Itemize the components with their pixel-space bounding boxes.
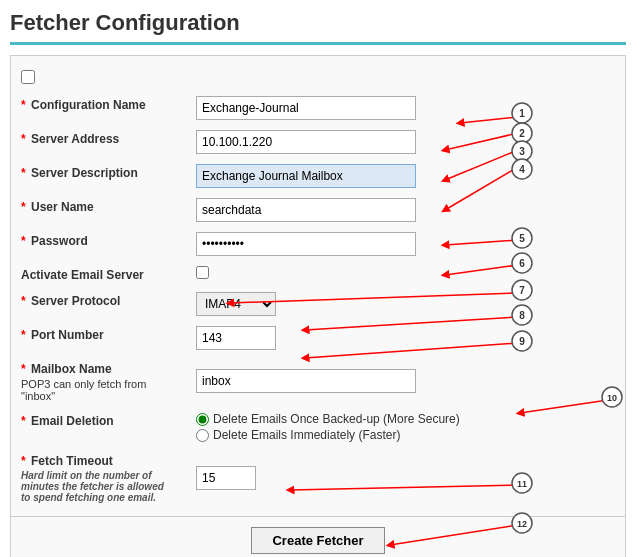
mailbox-note: POP3 can only fetch from "inbox" [21, 378, 176, 402]
email-deletion-label: * Email Deletion [11, 407, 186, 447]
email-deletion-option-2[interactable]: Delete Emails Immediately (Faster) [196, 428, 615, 442]
email-deletion-label-1: Delete Emails Once Backed-up (More Secur… [213, 412, 460, 426]
top-checkbox[interactable] [21, 70, 35, 84]
server-address-label: * Server Address [11, 125, 186, 159]
server-address-cell [186, 125, 625, 159]
config-name-cell [186, 91, 625, 125]
server-description-row: * Server Description [11, 159, 625, 193]
config-name-label: * Configuration Name [11, 91, 186, 125]
activate-email-row: Activate Email Server [11, 261, 625, 287]
password-row: * Password [11, 227, 625, 261]
user-name-label: * User Name [11, 193, 186, 227]
required-star: * [21, 98, 26, 112]
password-label: * Password [11, 227, 186, 261]
mailbox-name-input[interactable] [196, 369, 416, 393]
port-number-row: * Port Number [11, 321, 625, 355]
user-name-cell [186, 193, 625, 227]
config-name-input[interactable] [196, 96, 416, 120]
form-table: * Configuration Name * Server Address [11, 91, 625, 508]
create-fetcher-button[interactable]: Create Fetcher [251, 527, 384, 554]
email-deletion-label-2: Delete Emails Immediately (Faster) [213, 428, 400, 442]
email-deletion-option-1[interactable]: Delete Emails Once Backed-up (More Secur… [196, 412, 615, 426]
port-number-label: * Port Number [11, 321, 186, 355]
email-deletion-radio-2[interactable] [196, 429, 209, 442]
email-deletion-row: * Email Deletion Delete Emails Once Back… [11, 407, 625, 447]
password-cell [186, 227, 625, 261]
activate-email-label: Activate Email Server [11, 261, 186, 287]
server-description-label: * Server Description [11, 159, 186, 193]
server-address-input[interactable] [196, 130, 416, 154]
mailbox-name-cell [186, 355, 625, 407]
activate-email-cell [186, 261, 625, 287]
port-number-cell [186, 321, 625, 355]
user-name-input[interactable] [196, 198, 416, 222]
fetch-timeout-row: * Fetch Timeout Hard limit on the number… [11, 447, 625, 508]
fetch-timeout-cell [186, 447, 625, 508]
email-deletion-cell: Delete Emails Once Backed-up (More Secur… [186, 407, 625, 447]
fetch-timeout-label: * Fetch Timeout Hard limit on the number… [11, 447, 186, 508]
fetch-timeout-note: Hard limit on the number of minutes the … [21, 470, 176, 503]
button-row: Create Fetcher [11, 516, 625, 557]
form-container: * Configuration Name * Server Address [10, 55, 626, 557]
server-address-row: * Server Address [11, 125, 625, 159]
server-protocol-row: * Server Protocol IMAP4 POP3 SMTP [11, 287, 625, 321]
server-description-cell [186, 159, 625, 193]
server-description-input[interactable] [196, 164, 416, 188]
server-protocol-label: * Server Protocol [11, 287, 186, 321]
email-deletion-radio-group: Delete Emails Once Backed-up (More Secur… [196, 412, 615, 442]
activate-email-checkbox[interactable] [196, 266, 209, 279]
mailbox-name-row: * Mailbox Name POP3 can only fetch from … [11, 355, 625, 407]
server-protocol-select[interactable]: IMAP4 POP3 SMTP [196, 292, 276, 316]
page-title: Fetcher Configuration [10, 10, 626, 45]
email-deletion-radio-1[interactable] [196, 413, 209, 426]
fetch-timeout-input[interactable] [196, 466, 256, 490]
password-input[interactable] [196, 232, 416, 256]
port-number-input[interactable] [196, 326, 276, 350]
user-name-row: * User Name [11, 193, 625, 227]
mailbox-name-label: * Mailbox Name POP3 can only fetch from … [11, 355, 186, 407]
server-protocol-cell: IMAP4 POP3 SMTP [186, 287, 625, 321]
config-name-row: * Configuration Name [11, 91, 625, 125]
